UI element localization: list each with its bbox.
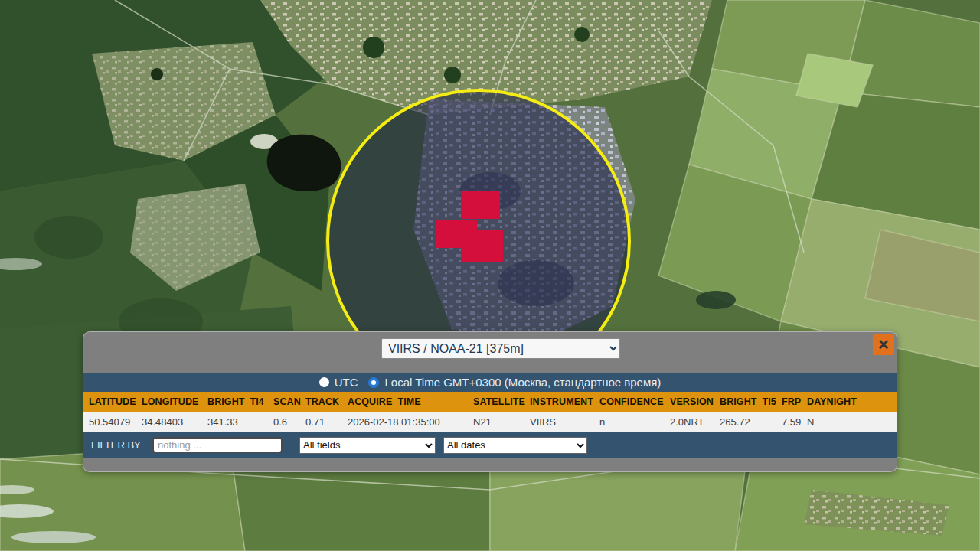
filter-fields-select[interactable]: All fields [299, 437, 436, 454]
col-header: ACQUIRE_TIME [346, 396, 472, 407]
fire-data-panel: VIIRS / NOAA-21 [375m] ✕ UTC Local Time … [83, 331, 897, 472]
cell-satellite: N21 [472, 416, 528, 428]
fire-detection-marker[interactable] [461, 191, 500, 219]
cell-latitude: 50.54079 [87, 416, 140, 428]
cell-acquire-time: 2026-02-18 01:35:00 [346, 416, 472, 428]
col-header: BRIGHT_TI5 [718, 396, 780, 407]
col-header: LATITUDE [87, 396, 140, 407]
local-time-radio-group[interactable]: Local Time GMT+0300 (Москва, стандартное… [368, 376, 661, 389]
cell-track: 0.71 [304, 416, 346, 428]
cell-instrument: VIIRS [528, 416, 598, 428]
utc-radio-label: UTC [335, 376, 358, 389]
table-row[interactable]: 50.54079 34.48403 341.33 0.6 0.71 2026-0… [83, 412, 897, 432]
col-header: SCAN [272, 396, 304, 407]
col-header: SATELLITE [472, 396, 528, 407]
cell-scan: 0.6 [272, 416, 304, 428]
cell-bright-ti5: 265.72 [718, 416, 780, 428]
col-header: VERSION [668, 396, 718, 407]
close-icon[interactable]: ✕ [873, 334, 894, 355]
col-header: FRP [780, 396, 805, 407]
filter-bar: FILTER BY All fields All dates [83, 432, 897, 458]
utc-radio[interactable] [319, 377, 329, 387]
filter-input[interactable] [152, 437, 283, 453]
local-time-radio-label: Local Time GMT+0300 (Москва, стандартное… [384, 376, 661, 389]
filter-by-label: FILTER BY [91, 439, 146, 451]
col-header: DAYNIGHT [805, 396, 897, 407]
cell-bright-ti4: 341.33 [206, 416, 272, 428]
cell-daynight: N [805, 416, 897, 428]
cell-confidence: n [598, 416, 668, 428]
cell-longitude: 34.48403 [140, 416, 206, 428]
sensor-select[interactable]: VIIRS / NOAA-21 [375m] [381, 338, 620, 359]
utc-radio-group[interactable]: UTC [319, 376, 358, 389]
col-header: LONGITUDE [140, 396, 206, 407]
fire-detection-marker[interactable] [461, 230, 503, 262]
panel-header: VIIRS / NOAA-21 [375m] ✕ [83, 332, 897, 373]
col-header: CONFIDENCE [598, 396, 668, 407]
cell-version: 2.0NRT [668, 416, 718, 428]
col-header: BRIGHT_TI4 [206, 396, 272, 407]
time-zone-bar: UTC Local Time GMT+0300 (Москва, стандар… [83, 373, 897, 392]
local-time-radio[interactable] [368, 377, 379, 388]
filter-dates-select[interactable]: All dates [443, 437, 587, 454]
col-header: TRACK [304, 396, 346, 407]
cell-frp: 7.59 [780, 416, 805, 428]
table-header-row: LATITUDE LONGITUDE BRIGHT_TI4 SCAN TRACK… [83, 392, 897, 412]
col-header: INSTRUMENT [528, 396, 598, 407]
